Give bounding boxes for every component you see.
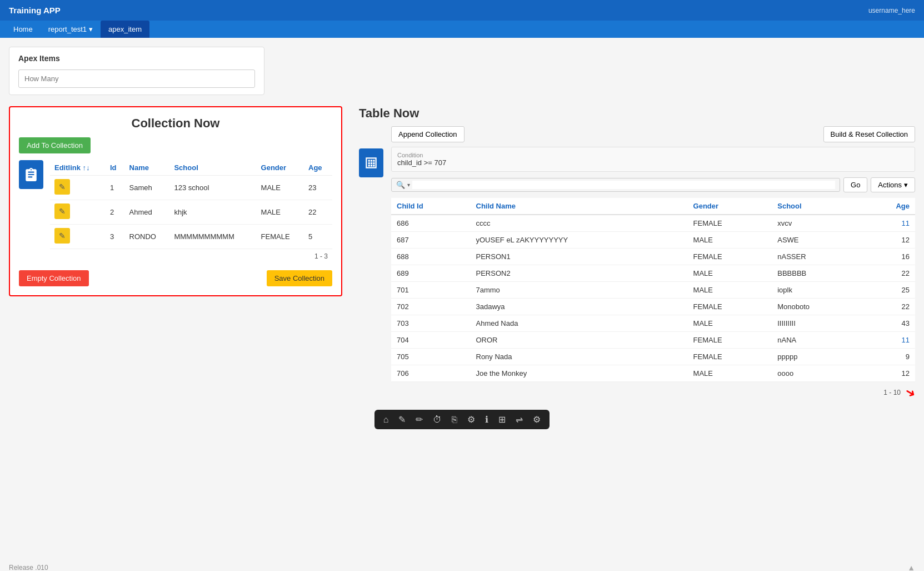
search-input[interactable]: [412, 181, 835, 189]
school-cell: 123 school: [169, 176, 256, 200]
col-name: Name: [125, 160, 170, 176]
table-row: 686 cccc FEMALE xvcv 11: [391, 215, 915, 232]
age-cell: 9: [863, 349, 915, 365]
child-id-cell: 687: [391, 232, 471, 249]
col-editlink: Editlink ↑↓: [50, 160, 106, 176]
toolbar-edit-icon[interactable]: ✎: [397, 413, 407, 426]
table-top-actions: Append Collection Build & Reset Collecti…: [391, 126, 915, 142]
nav-bar: Home report_test1 ▾ apex_item: [0, 21, 924, 38]
age-cell: 11: [863, 332, 915, 349]
id-cell: 2: [106, 200, 125, 225]
school-cell: IIIIIIIII: [772, 315, 863, 332]
child-name-cell: OROR: [471, 332, 688, 349]
child-id-cell: 706: [391, 365, 471, 382]
school-cell: MMMMMMMMMM: [169, 225, 256, 249]
child-id-cell: 686: [391, 215, 471, 232]
search-row: 🔍 ▾ Go Actions ▾: [391, 177, 915, 192]
scroll-up-icon[interactable]: ▲: [907, 563, 915, 571]
table-row: 702 3adawya FEMALE Monoboto 22: [391, 299, 915, 315]
search-chevron-icon[interactable]: ▾: [407, 182, 410, 188]
toolbar-copy-icon[interactable]: ⎘: [451, 414, 458, 426]
collection-panel: Collection Now Add To Collection Editlin…: [9, 106, 342, 296]
table-row: 687 yOUSEF eL zAKYYYYYYYY MALE ASWE 12: [391, 232, 915, 249]
toolbar-grid-icon[interactable]: ⊞: [497, 413, 507, 426]
name-cell: Ahmed: [125, 200, 170, 225]
age-cell: 22: [304, 200, 332, 225]
school-cell: Monoboto: [772, 299, 863, 315]
save-collection-button[interactable]: Save Collection: [267, 270, 332, 286]
col-child-id: Child Id: [391, 198, 471, 215]
release-bar: Release .010 ▲: [0, 559, 924, 571]
toolbar-bug-icon[interactable]: ⚙: [466, 413, 476, 426]
condition-box: Condition child_id >= 707: [391, 147, 915, 172]
child-id-cell: 688: [391, 249, 471, 265]
edit-link-cell[interactable]: [50, 225, 106, 249]
child-name-cell: 3adawya: [471, 299, 688, 315]
edit-link-cell[interactable]: [50, 176, 106, 200]
col-school: School: [169, 160, 256, 176]
release-text: Release .010: [9, 564, 48, 571]
gender-cell: FEMALE: [257, 225, 304, 249]
age-cell: 22: [863, 299, 915, 315]
age-cell: 5: [304, 225, 332, 249]
child-name-cell: cccc: [471, 215, 688, 232]
school-cell: ASWE: [772, 232, 863, 249]
nav-report-test1[interactable]: report_test1 ▾: [41, 21, 101, 38]
table-panel: Table Now Append Collection Build & Rese…: [359, 106, 915, 403]
nav-home[interactable]: Home: [6, 21, 41, 38]
child-name-cell: yOUSEF eL zAKYYYYYYYY: [471, 232, 688, 249]
collection-table-wrap: Editlink ↑↓ Id Name School Gender Age 1 …: [50, 160, 332, 264]
go-button[interactable]: Go: [843, 177, 867, 192]
how-many-input[interactable]: [18, 69, 255, 88]
name-cell: RONDO: [125, 225, 170, 249]
search-input-wrap[interactable]: 🔍 ▾: [391, 178, 840, 192]
child-id-cell: 702: [391, 299, 471, 315]
table-row: 2 Ahmed khjk MALE 22: [50, 200, 332, 225]
table-row: 3 RONDO MMMMMMMMMM FEMALE 5: [50, 225, 332, 249]
main-content: Apex Items Collection Now Add To Collect…: [0, 38, 924, 559]
toolbar-pencil-icon[interactable]: ✏: [414, 413, 424, 426]
age-cell: 23: [304, 176, 332, 200]
condition-value: child_id >= 707: [397, 158, 909, 167]
append-collection-button[interactable]: Append Collection: [391, 126, 465, 142]
data-table: Child Id Child Name Gender School Age 68…: [391, 198, 915, 382]
toolbar-settings-icon[interactable]: ⚙: [532, 413, 542, 426]
child-id-cell: 704: [391, 332, 471, 349]
two-col-layout: Collection Now Add To Collection Editlin…: [9, 106, 915, 403]
table-row: 706 Joe the Monkey MALE oooo 12: [391, 365, 915, 382]
child-id-cell: 705: [391, 349, 471, 365]
school-cell: ppppp: [772, 349, 863, 365]
school-cell: BBBBBB: [772, 265, 863, 282]
add-to-collection-button[interactable]: Add To Collection: [19, 137, 91, 153]
table-row: 705 Rony Nada FEMALE ppppp 9: [391, 349, 915, 365]
nav-apex-item[interactable]: apex_item: [101, 21, 149, 38]
search-icon: 🔍: [396, 181, 405, 189]
table-row: 703 Ahmed Nada MALE IIIIIIIII 43: [391, 315, 915, 332]
age-cell: 12: [863, 232, 915, 249]
clipboard-icon: [19, 160, 43, 189]
age-cell: 16: [863, 249, 915, 265]
bottom-toolbar: ⌂ ✎ ✏ ⏱ ⎘ ⚙ ℹ ⊞ ⇌ ⚙: [9, 403, 915, 434]
age-cell: 43: [863, 315, 915, 332]
toolbar-icons-container: ⌂ ✎ ✏ ⏱ ⎘ ⚙ ℹ ⊞ ⇌ ⚙: [374, 410, 550, 429]
actions-button[interactable]: Actions ▾: [871, 177, 915, 192]
col-child-name: Child Name: [471, 198, 688, 215]
toolbar-clock-icon[interactable]: ⏱: [432, 414, 443, 426]
edit-link-cell[interactable]: [50, 200, 106, 225]
col-id: Id: [106, 160, 125, 176]
toolbar-home-icon[interactable]: ⌂: [382, 414, 390, 426]
school-cell: xvcv: [772, 215, 863, 232]
collection-inner: Editlink ↑↓ Id Name School Gender Age 1 …: [19, 160, 332, 264]
id-cell: 3: [106, 225, 125, 249]
actions-chevron-icon: ▾: [904, 181, 908, 189]
app-title: Training APP: [9, 6, 61, 15]
toolbar-switch-icon[interactable]: ⇌: [515, 413, 524, 426]
build-reset-button[interactable]: Build & Reset Collection: [823, 126, 915, 142]
child-name-cell: Ahmed Nada: [471, 315, 688, 332]
empty-collection-button[interactable]: Empty Collection: [19, 270, 89, 286]
gender-cell: MALE: [688, 315, 772, 332]
collection-pagination: 1 - 3: [50, 249, 332, 264]
toolbar-info-icon[interactable]: ℹ: [484, 413, 490, 426]
red-arrow-icon: ➜: [902, 384, 918, 401]
gender-cell: MALE: [688, 265, 772, 282]
